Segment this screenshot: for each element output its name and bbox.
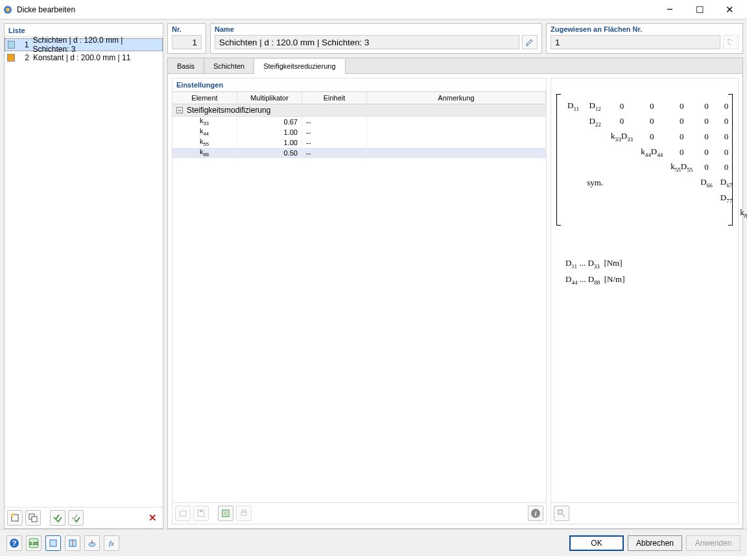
cell-element: k55	[200, 137, 209, 147]
main-area: Liste 1 Schichten | d : 120.0 mm | Schic…	[0, 19, 747, 529]
svg-rect-14	[558, 510, 562, 514]
cell-mult: 1.00	[237, 137, 302, 148]
info-button[interactable]: i	[528, 506, 543, 521]
titlebar: Dicke bearbeiten − ☐ ✕	[0, 0, 747, 19]
svg-rect-19	[50, 540, 56, 546]
open-button[interactable]	[175, 506, 191, 521]
field-group-assigned: Zugewiesen an Flächen Nr.	[546, 23, 743, 54]
nr-label: Nr.	[172, 25, 202, 33]
table-row[interactable]: k55 1.00 --	[172, 137, 546, 148]
collapse-icon[interactable]: −	[176, 107, 183, 113]
tab-steifigkeit[interactable]: Steifigkeitsreduzierung	[254, 59, 345, 74]
tabs-container: Basis Schichten Steifigkeitsreduzierung …	[167, 58, 743, 529]
mode-2-button[interactable]	[65, 535, 80, 551]
bottom-bar: ? 0.00 fx OK Abbrechen Anwenden	[0, 529, 747, 556]
units-line-2: D44 ... D88 [N/m]	[565, 274, 733, 286]
table-row[interactable]: k88 0.50 --	[172, 148, 546, 158]
copy-item-button[interactable]	[25, 510, 41, 526]
mode-1-button[interactable]	[45, 535, 61, 551]
app-icon	[3, 5, 13, 15]
col-element: Element	[172, 92, 237, 104]
group-label: Steifigkeitsmodifizierung	[187, 106, 270, 115]
check-all-button[interactable]	[50, 510, 65, 526]
ok-button[interactable]: OK	[569, 535, 624, 551]
tab-body: Einstellungen Element Multiplikator Einh…	[168, 74, 742, 528]
svg-rect-10	[241, 512, 246, 515]
svg-text:0.00: 0.00	[29, 541, 38, 546]
item-number: 2	[19, 53, 29, 62]
top-fields: Nr. Name Zugewiesen an Flächen Nr.	[167, 23, 743, 54]
item-text: Konstant | d : 200.0 mm | 11	[33, 53, 130, 62]
svg-point-3	[11, 514, 14, 517]
cell-note	[367, 117, 546, 127]
grid-body: − Steifigkeitsmodifizierung k33 0.67 -- …	[172, 104, 546, 502]
window-controls: − ☐ ✕	[655, 0, 744, 19]
cancel-button[interactable]: Abbrechen	[628, 535, 682, 551]
cell-note	[367, 137, 546, 148]
item-number: 1	[19, 40, 29, 49]
units-line-1: D11 ... D33 [Nm]	[565, 258, 733, 270]
svg-point-1	[6, 8, 10, 12]
color-swatch	[7, 54, 15, 62]
cell-note	[367, 148, 546, 158]
cell-mult: 0.67	[237, 117, 302, 127]
cell-mult: 1.00	[237, 127, 302, 137]
table-row[interactable]: k44 1.00 --	[172, 127, 546, 137]
preview-panel: D11D12000000 D22000000 k33D3300000 k44D4…	[551, 78, 739, 524]
tab-schichten[interactable]: Schichten	[204, 58, 254, 73]
nr-input[interactable]	[172, 35, 202, 49]
grid-header: Element Multiplikator Einheit Anmerkung	[172, 91, 546, 104]
delete-button[interactable]: ✕	[145, 510, 160, 526]
cell-unit: --	[302, 117, 367, 127]
name-label: Name	[215, 25, 538, 33]
help-button[interactable]: ?	[6, 535, 22, 551]
print-button[interactable]	[236, 506, 252, 521]
new-item-button[interactable]	[7, 510, 23, 526]
svg-text:?: ?	[12, 539, 17, 547]
field-group-name: Name	[210, 23, 542, 54]
list-toolbar: ✕	[5, 507, 163, 528]
uncheck-all-button[interactable]	[68, 510, 84, 526]
save-button[interactable]	[193, 506, 209, 521]
close-button[interactable]: ✕	[715, 0, 744, 19]
col-note: Anmerkung	[367, 92, 546, 104]
function-button[interactable]: fx	[104, 535, 119, 551]
col-unit: Einheit	[302, 92, 367, 104]
list-header: Liste	[5, 24, 163, 37]
units-block: D11 ... D33 [Nm] D44 ... D88 [N/m]	[556, 258, 733, 286]
name-input[interactable]	[215, 35, 519, 49]
svg-rect-11	[242, 510, 246, 512]
assigned-input[interactable]	[551, 35, 720, 49]
minimize-button[interactable]: −	[655, 0, 685, 19]
cell-mult: 0.50	[237, 148, 302, 158]
cell-unit: --	[302, 127, 367, 137]
settings-toolbar: i	[172, 502, 546, 524]
decimals-button[interactable]: 0.00	[26, 535, 42, 551]
svg-rect-5	[32, 517, 37, 522]
preview-toolbar	[551, 502, 738, 524]
svg-rect-7	[200, 510, 202, 512]
maximize-button[interactable]: ☐	[685, 0, 715, 19]
window-title: Dicke bearbeiten	[17, 5, 655, 14]
cell-element: k44	[200, 127, 209, 137]
apply-button[interactable]: Anwenden	[686, 535, 741, 551]
assigned-label: Zugewiesen an Flächen Nr.	[551, 25, 739, 33]
table-row[interactable]: k33 0.67 --	[172, 117, 546, 127]
list-panel: Liste 1 Schichten | d : 120.0 mm | Schic…	[4, 23, 163, 529]
mode-3-button[interactable]	[84, 535, 100, 551]
tab-basis[interactable]: Basis	[168, 58, 204, 73]
export-button[interactable]	[218, 506, 233, 521]
list-content: 1 Schichten | d : 120.0 mm | Schichten: …	[5, 37, 163, 507]
list-item[interactable]: 1 Schichten | d : 120.0 mm | Schichten: …	[5, 38, 163, 51]
cell-element: k33	[200, 117, 209, 126]
matrix-area: D11D12000000 D22000000 k33D3300000 k44D4…	[551, 78, 738, 502]
pick-surfaces-button[interactable]	[723, 35, 739, 49]
group-row[interactable]: − Steifigkeitsmodifizierung	[172, 104, 546, 117]
item-text: Schichten | d : 120.0 mm | Schichten: 3	[32, 37, 160, 54]
preview-settings-button[interactable]	[554, 506, 569, 521]
settings-panel: Einstellungen Element Multiplikator Einh…	[172, 78, 547, 524]
cell-unit: --	[302, 148, 367, 158]
cell-note	[367, 127, 546, 137]
settings-header: Einstellungen	[172, 78, 546, 91]
edit-name-button[interactable]	[522, 35, 538, 49]
